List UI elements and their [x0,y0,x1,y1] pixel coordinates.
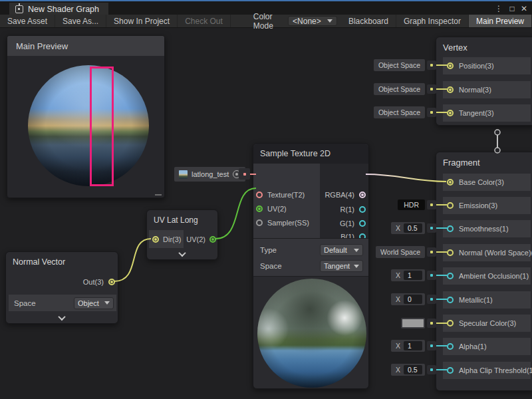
texture-property-latlong-test[interactable]: latlong_test [174,167,245,182]
out-row[interactable]: Out(3) [6,273,118,291]
ao-port[interactable] [447,273,454,279]
metallic-port[interactable] [447,297,454,303]
fragment-row-alphaclip[interactable]: Alpha Clip Threshold(1) [443,362,531,379]
node-vertex[interactable]: Vertex Position(3) Normal(3) Tangent(3) [436,37,532,126]
float-field[interactable]: X 0.5 [391,364,425,376]
fragment-row-metallic[interactable]: Metallic(1) [443,291,531,309]
space-dropdown[interactable]: Tangent [320,260,363,272]
g-port[interactable] [359,220,366,227]
texture-label: Texture(T2) [267,191,305,199]
emission-port[interactable] [447,202,454,209]
normalws-space-widget[interactable]: World Space [376,246,447,258]
out-port[interactable] [108,279,115,285]
type-dropdown[interactable]: Default [320,244,363,256]
alpha-value[interactable]: 1 [404,341,422,350]
object-space-pill[interactable]: Object Space [374,59,425,71]
vertex-row-position[interactable]: Position(3) [443,57,531,74]
color-swatch[interactable] [401,318,425,329]
r-port[interactable] [359,206,366,213]
float-field[interactable]: X 1 [391,269,425,281]
main-preview-button[interactable]: Main Preview [469,15,532,27]
blackboard-button[interactable]: Blackboard [341,15,396,27]
more-menu-icon[interactable]: ⋮ [493,3,504,15]
resize-handle[interactable] [155,194,162,196]
close-icon[interactable]: ✕ [519,3,529,15]
uv-port[interactable] [256,205,263,212]
alpha-value-widget[interactable]: X 1 [391,340,447,352]
node-normal-vector[interactable]: Normal Vector Out(3) Space Object [5,251,118,324]
preview-collapse-row[interactable] [147,251,217,257]
color-mode-dropdown[interactable]: <None> [288,16,337,26]
save-asset-button[interactable]: Save Asset [0,15,55,27]
vertex-row-normal[interactable]: Normal(3) [443,81,531,98]
normalws-port[interactable] [447,249,454,256]
output-rgba[interactable]: RGBA(4) [325,188,366,201]
r-label: R(1) [340,205,354,213]
space-dropdown[interactable]: Object [74,297,114,309]
maximize-icon[interactable]: □ [507,3,517,15]
metallic-value[interactable]: 0 [404,295,422,304]
specular-color-widget[interactable] [401,317,447,329]
sampler-port[interactable] [256,219,263,226]
texture-port[interactable] [256,192,263,198]
node-sample-texture-2d[interactable]: Sample Texture 2D Texture(T2) UV(2) Samp… [253,143,369,389]
uv-output-row[interactable]: UV(2) [186,230,216,248]
smoothness-value-widget[interactable]: X 0.5 [391,222,447,234]
rgba-port[interactable] [359,192,366,198]
position-space-widget[interactable]: Object Space [374,59,447,71]
ao-value-widget[interactable]: X 1 [391,269,447,281]
emission-hdr-widget[interactable]: HDR [398,199,447,211]
metallic-value-widget[interactable]: X 0 [391,293,447,305]
uv-out-port[interactable] [209,236,216,243]
position-port[interactable] [447,63,454,69]
fragment-row-specular[interactable]: Specular Color(3) [443,315,531,332]
node-uv-lat-long[interactable]: UV Lat Long Dir(3) UV(2) [146,209,218,260]
fragment-row-ao[interactable]: Ambient Occlusion(1) [443,267,531,285]
specular-port[interactable] [447,320,454,327]
node-fragment[interactable]: Fragment Base Color(3) Emission(3) Smoot… [436,152,532,391]
normal-space-widget[interactable]: Object Space [374,83,447,95]
alphaclip-value[interactable]: 0.5 [404,365,422,374]
basecolor-port[interactable] [447,179,454,186]
graph-inspector-button[interactable]: Graph Inspector [396,15,469,27]
smoothness-port[interactable] [447,225,454,232]
input-texture[interactable]: Texture(T2) [256,188,305,201]
input-uv[interactable]: UV(2) [256,202,287,215]
tab-new-shader-graph[interactable]: New Shader Graph [9,3,108,16]
input-sampler[interactable]: Sampler(SS) [256,216,309,229]
normal-port[interactable] [447,86,454,93]
dir-input-row[interactable]: Dir(3) [149,230,184,248]
texture-property-port[interactable] [239,168,250,180]
world-space-pill[interactable]: World Space [376,246,425,258]
output-g[interactable]: G(1) [340,217,366,230]
fragment-row-basecolor[interactable]: Base Color(3) [443,174,531,191]
port-stub [427,84,436,94]
output-r[interactable]: R(1) [340,203,366,216]
object-space-pill[interactable]: Object Space [374,83,425,95]
preview-collapse-row[interactable] [6,315,118,321]
fragment-row-smoothness[interactable]: Smoothness(1) [443,220,531,237]
float-field[interactable]: X 1 [391,340,425,352]
alpha-port[interactable] [447,343,454,350]
vertex-row-tangent[interactable]: Tangent(3) [443,104,531,122]
smoothness-value[interactable]: 0.5 [404,223,422,233]
fragment-row-normalws[interactable]: Normal (World Space)(3) [443,244,531,261]
alphaclip-port[interactable] [447,367,454,374]
save-as-button[interactable]: Save As... [55,15,106,27]
float-field[interactable]: X 0.5 [391,222,425,234]
tangent-port[interactable] [447,110,454,116]
fragment-row-emission[interactable]: Emission(3) [443,197,531,214]
out-label: Out(3) [83,278,104,286]
tangent-space-widget[interactable]: Object Space [374,106,447,118]
fragment-row-alpha[interactable]: Alpha(1) [443,338,531,355]
float-field[interactable]: X 0 [391,293,425,305]
main-preview-panel[interactable]: Main Preview [7,35,165,198]
dir-port[interactable] [152,236,159,243]
shader-graph-icon [15,5,23,13]
ao-value[interactable]: 1 [404,271,422,280]
main-preview-title[interactable]: Main Preview [7,36,164,56]
object-space-pill[interactable]: Object Space [374,106,425,118]
alphaclip-value-widget[interactable]: X 0.5 [391,364,447,376]
show-in-project-button[interactable]: Show In Project [106,15,178,27]
hdr-pill[interactable]: HDR [398,200,425,210]
